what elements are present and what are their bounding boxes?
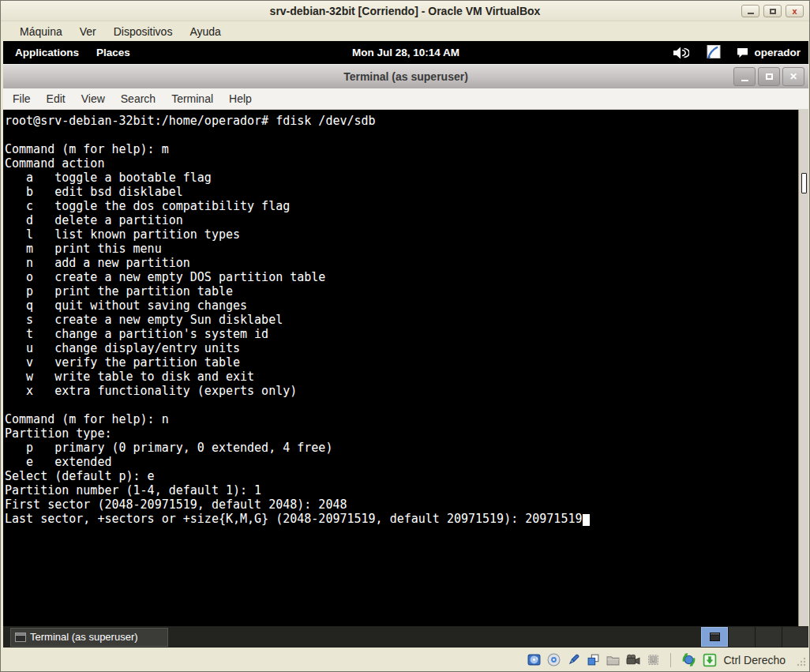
video-capture-icon[interactable] <box>626 653 640 666</box>
workspace-2[interactable] <box>728 627 755 647</box>
gnome-bottom-panel: Terminal (as superuser) <box>3 626 808 648</box>
terminal-line: x extra functionality (experts only) <box>5 384 796 398</box>
terminal-line: e extended <box>5 455 796 469</box>
vbox-statusbar: U Ctrl Derecho <box>1 648 809 672</box>
svg-text:U: U <box>651 657 655 663</box>
terminal-line <box>5 398 796 412</box>
terminal-menu-edit[interactable]: Edit <box>39 90 73 107</box>
vbox-titlebar: srv-debian-32bit [Corriendo] - Oracle VM… <box>1 1 809 21</box>
terminal-menubar: File Edit View Search Terminal Help <box>3 88 808 110</box>
terminal-line: t change a partition's system id <box>5 327 796 341</box>
terminal-line: Command action <box>5 156 796 171</box>
terminal-line: l list known partition types <box>5 227 796 242</box>
resize-grip-icon[interactable] <box>795 655 807 670</box>
terminal-output: root@srv-debian-32bit:/home/operador# fd… <box>5 114 796 526</box>
terminal-window-icon <box>15 633 26 642</box>
shared-folders-icon[interactable] <box>606 653 620 666</box>
minimize-icon <box>748 13 754 14</box>
terminal-close-button[interactable]: ✕ <box>782 67 804 86</box>
terminal-menu-view[interactable]: View <box>73 90 113 107</box>
vbox-window-title: srv-debian-32bit [Corriendo] - Oracle VM… <box>270 5 541 17</box>
close-icon: x <box>792 7 797 16</box>
terminal-line: Command (m for help): m <box>5 142 796 156</box>
host-key-icon[interactable] <box>703 653 717 667</box>
terminal-titlebar[interactable]: Terminal (as superuser) ✕ <box>3 64 808 88</box>
workspace-1[interactable] <box>701 627 728 647</box>
terminal-line: v verify the partition table <box>5 355 796 370</box>
terminal-menu-search[interactable]: Search <box>113 90 163 107</box>
vbox-close-button[interactable]: x <box>786 5 804 17</box>
terminal-line: c toggle the dos compatibility flag <box>5 199 796 213</box>
terminal-line: root@srv-debian-32bit:/home/operador# fd… <box>5 114 796 128</box>
terminal-line: Last sector, +sectors or +size{K,M,G} (2… <box>5 512 796 526</box>
gnome-top-panel: Mon Jul 28, 10:14 AM Applications Places <box>3 41 808 64</box>
network-icon[interactable] <box>587 653 600 666</box>
vbox-menu-ver[interactable]: Ver <box>71 24 105 39</box>
close-icon: ✕ <box>789 71 797 82</box>
terminal-window-icon <box>710 633 720 641</box>
terminal-line: o create a new empty DOS partition table <box>5 270 796 284</box>
terminal-line: m print this menu <box>5 242 796 256</box>
terminal-line: d delete a partition <box>5 213 796 227</box>
screen: { "vbox": { "title": "srv-debian-32bit [… <box>0 0 810 672</box>
maximize-icon <box>766 73 773 80</box>
statusbar-separator <box>670 653 671 667</box>
terminal-line: w write table to disk and exit <box>5 370 796 384</box>
terminal-cursor <box>583 514 590 526</box>
user-switcher[interactable]: operador <box>737 47 801 58</box>
terminal-line: Partition number (1-4, default 1): 1 <box>5 483 796 497</box>
terminal-minimize-button[interactable] <box>733 67 756 86</box>
terminal-body[interactable]: root@srv-debian-32bit:/home/operador# fd… <box>3 110 808 626</box>
scrollbar-thumb[interactable] <box>801 173 807 193</box>
workspace-switcher <box>701 627 808 647</box>
terminal-line: u change display/entry units <box>5 341 796 355</box>
vbox-menu-maquina[interactable]: Máquina <box>11 24 71 39</box>
hard-disk-icon[interactable] <box>527 653 541 666</box>
terminal-maximize-button[interactable] <box>758 67 780 86</box>
virtualization-icon[interactable]: U <box>647 653 660 666</box>
chat-bubble-icon <box>737 47 749 58</box>
workspace-3[interactable] <box>755 627 782 647</box>
terminal-line: b edit bsd disklabel <box>5 185 796 199</box>
terminal-scrollbar[interactable] <box>798 110 808 626</box>
vbox-menu-dispositivos[interactable]: Dispositivos <box>105 24 182 39</box>
terminal-window-title: Terminal (as superuser) <box>343 70 468 83</box>
vbox-minimize-button[interactable] <box>741 5 759 17</box>
terminal-line: Partition type: <box>5 426 796 441</box>
terminal-line: q quit without saving changes <box>5 298 796 313</box>
user-name: operador <box>754 47 801 58</box>
vbox-maximize-button[interactable] <box>763 5 782 17</box>
terminal-menu-terminal[interactable]: Terminal <box>163 90 221 107</box>
host-key-label: Ctrl Derecho <box>723 654 786 666</box>
terminal-line: First sector (2048-20971519, default 204… <box>5 497 796 512</box>
terminal-line: a toggle a bootable flag <box>5 171 796 185</box>
stylus-applet-icon[interactable] <box>705 45 721 61</box>
terminal-menu-help[interactable]: Help <box>221 90 260 107</box>
optical-disc-icon[interactable] <box>547 653 561 666</box>
terminal-line <box>5 128 796 142</box>
taskbar-button-terminal[interactable]: Terminal (as superuser) <box>10 628 168 647</box>
terminal-window-controls: ✕ <box>733 67 804 86</box>
maximize-icon <box>770 9 776 14</box>
vm-screen: Mon Jul 28, 10:14 AM Applications Places <box>3 41 808 648</box>
vbox-menu-ayuda[interactable]: Ayuda <box>181 24 229 39</box>
vbox-menubar: Máquina Ver Dispositivos Ayuda <box>1 21 809 41</box>
usb-icon[interactable] <box>567 653 580 666</box>
task-button-label: Terminal (as superuser) <box>30 631 138 643</box>
panel-right: operador <box>673 45 808 61</box>
terminal-line: Select (default p): e <box>5 469 796 483</box>
terminal-line: s create a new empty Sun disklabel <box>5 313 796 327</box>
terminal-line: p print the partition table <box>5 284 796 298</box>
terminal-menu-file[interactable]: File <box>5 90 39 107</box>
vbox-window-controls: x <box>741 5 804 17</box>
workspace-4[interactable] <box>782 627 808 647</box>
terminal-line: n add a new partition <box>5 256 796 270</box>
terminal-line: Command (m for help): n <box>5 412 796 426</box>
mouse-integration-icon[interactable] <box>681 652 696 667</box>
terminal-line: p primary (0 primary, 0 extended, 4 free… <box>5 441 796 455</box>
minimize-icon <box>741 80 748 81</box>
volume-icon[interactable] <box>673 46 689 60</box>
